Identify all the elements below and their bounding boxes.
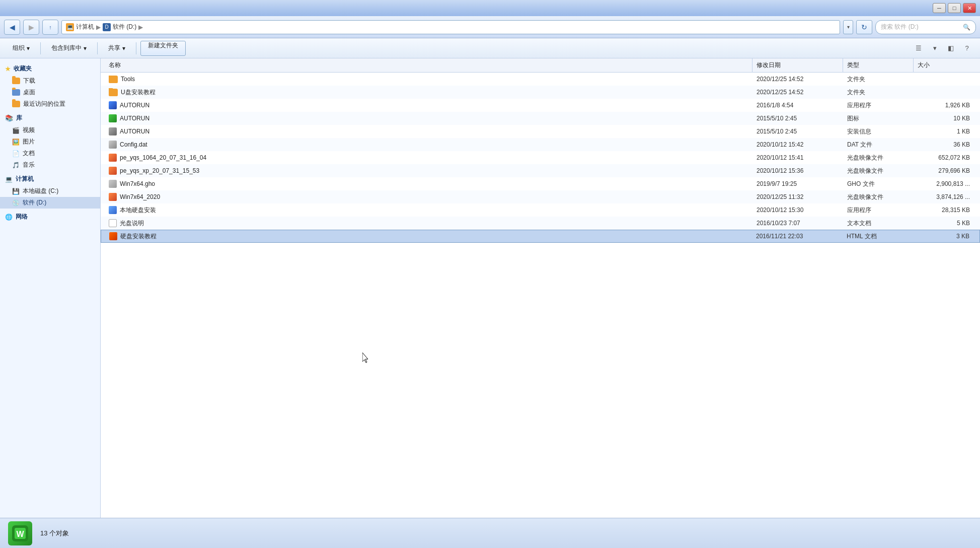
software-d-label: 软件 (D:) <box>23 198 46 207</box>
back-button[interactable]: ◀ <box>4 20 20 35</box>
file-type: HTML 文档 <box>843 232 913 241</box>
network-header[interactable]: 🌐 网络 <box>0 211 100 223</box>
file-name: Tools <box>121 76 135 83</box>
table-row[interactable]: Config.dat 2020/10/12 15:42 DAT 文件 36 KB <box>101 138 980 151</box>
main-content: ★ 收藏夹 下载 桌面 最近访问的位置 📚 库 🎬 <box>0 58 980 518</box>
table-row[interactable]: AUTORUN 2015/5/10 2:45 图标 10 KB <box>101 112 980 125</box>
sidebar-item-video[interactable]: 🎬 视频 <box>0 124 100 136</box>
table-row[interactable]: 光盘说明 2016/10/23 7:07 文本文档 5 KB <box>101 217 980 230</box>
col-date-header[interactable]: 修改日期 <box>752 58 843 72</box>
table-row[interactable]: 硬盘安装教程 2016/11/21 22:03 HTML 文档 3 KB <box>101 230 980 243</box>
svg-text:W: W <box>16 530 24 538</box>
music-label: 音乐 <box>23 161 35 169</box>
library-header[interactable]: 📚 库 <box>0 112 100 124</box>
forward-button[interactable]: ▶ <box>23 20 39 35</box>
exe-icon <box>109 101 117 109</box>
help-button[interactable]: ? <box>960 42 974 55</box>
network-label: 网络 <box>16 213 28 221</box>
toolbar-separator-1 <box>40 42 41 54</box>
file-size: 2,900,813 ... <box>914 180 974 187</box>
file-type: 安装信息 <box>843 127 914 136</box>
doc-label: 文档 <box>23 149 35 158</box>
folder-icon <box>109 76 118 83</box>
maximize-button[interactable]: □ <box>948 3 961 13</box>
view-dropdown-button[interactable]: ▾ <box>928 42 942 55</box>
file-size: 28,315 KB <box>914 207 974 214</box>
file-name-cell: pe_yqs_1064_20_07_31_16_04 <box>107 154 752 162</box>
new-folder-button[interactable]: 新建文件夹 <box>140 41 186 56</box>
share-label: 共享 <box>108 44 120 52</box>
file-name-cell: Tools <box>107 76 752 83</box>
close-button[interactable]: ✕ <box>963 3 976 13</box>
table-row[interactable]: Win7x64.gho 2019/9/7 19:25 GHO 文件 2,900,… <box>101 177 980 190</box>
html-icon <box>109 232 117 240</box>
file-size: 10 KB <box>914 115 974 122</box>
sidebar-item-doc[interactable]: 📄 文档 <box>0 148 100 159</box>
refresh-button[interactable]: ↻ <box>856 20 872 34</box>
img-icon <box>109 114 117 122</box>
search-box[interactable]: 搜索 软件 (D:) 🔍 <box>875 20 976 34</box>
table-row[interactable]: Tools 2020/12/25 14:52 文件夹 <box>101 73 980 86</box>
favorites-section: ★ 收藏夹 下载 桌面 最近访问的位置 <box>0 62 100 110</box>
table-row[interactable]: U盘安装教程 2020/12/25 14:52 文件夹 <box>101 86 980 99</box>
file-type: 文件夹 <box>843 75 914 84</box>
disk-icon: 💾 <box>12 188 20 195</box>
computer-icon: 💻 <box>66 23 74 31</box>
sidebar-item-local-c[interactable]: 💾 本地磁盘 (C:) <box>0 185 100 197</box>
organize-dropdown-icon: ▾ <box>27 45 30 52</box>
col-size-header[interactable]: 大小 <box>914 58 974 72</box>
minimize-button[interactable]: ─ <box>933 3 946 13</box>
file-name-cell: pe_yqs_xp_20_07_31_15_53 <box>107 167 752 175</box>
table-row[interactable]: pe_yqs_xp_20_07_31_15_53 2020/10/12 15:3… <box>101 164 980 177</box>
address-dropdown[interactable]: ▾ <box>843 20 853 34</box>
table-row[interactable]: AUTORUN 2016/1/8 4:54 应用程序 1,926 KB <box>101 99 980 112</box>
include-library-button[interactable]: 包含到库中 ▾ <box>45 41 93 56</box>
file-name: 硬盘安装教程 <box>120 232 157 241</box>
image-icon: 🖼️ <box>12 139 20 146</box>
video-label: 视频 <box>23 126 35 134</box>
txt-icon <box>109 219 117 227</box>
file-size: 279,696 KB <box>914 167 974 174</box>
app-icon: W <box>8 521 32 545</box>
file-date: 2020/10/12 15:42 <box>752 141 843 148</box>
favorites-header[interactable]: ★ 收藏夹 <box>0 62 100 75</box>
computer-header[interactable]: 💻 计算机 <box>0 173 100 185</box>
file-type: 文件夹 <box>843 88 914 97</box>
sidebar-item-download[interactable]: 下载 <box>0 75 100 87</box>
address-path[interactable]: 💻 计算机 ▶ D 软件 (D:) ▶ <box>61 20 840 34</box>
view-toggle-button[interactable]: ☰ <box>912 42 926 55</box>
table-row[interactable]: pe_yqs_1064_20_07_31_16_04 2020/10/12 15… <box>101 151 980 164</box>
file-name: 光盘说明 <box>120 219 144 228</box>
col-type-header[interactable]: 类型 <box>843 58 914 72</box>
organize-button[interactable]: 组织 ▾ <box>6 41 36 56</box>
file-list: Tools 2020/12/25 14:52 文件夹 U盘安装教程 2020/1… <box>101 73 980 518</box>
up-button[interactable]: ↑ <box>42 20 58 35</box>
file-date: 2020/10/12 15:36 <box>752 167 843 174</box>
doc-icon: 📄 <box>12 150 20 157</box>
sidebar-item-recent[interactable]: 最近访问的位置 <box>0 98 100 110</box>
file-name-cell: 本地硬盘安装 <box>107 206 752 215</box>
file-date: 2020/12/25 14:52 <box>752 89 843 96</box>
toolbar-separator-2 <box>97 42 98 54</box>
col-name-header[interactable]: 名称 <box>107 58 752 72</box>
table-row[interactable]: AUTORUN 2015/5/10 2:45 安装信息 1 KB <box>101 125 980 138</box>
library-section: 📚 库 🎬 视频 🖼️ 图片 📄 文档 🎵 音乐 <box>0 112 100 171</box>
local-disk-c-label: 本地磁盘 (C:) <box>23 187 58 195</box>
sidebar-item-music[interactable]: 🎵 音乐 <box>0 159 100 171</box>
file-date: 2020/12/25 14:52 <box>752 76 843 83</box>
share-button[interactable]: 共享 ▾ <box>102 41 132 56</box>
title-bar: ─ □ ✕ <box>0 0 980 16</box>
preview-pane-button[interactable]: ◧ <box>944 42 958 55</box>
table-row[interactable]: 本地硬盘安装 2020/10/12 15:30 应用程序 28,315 KB <box>101 203 980 217</box>
table-row[interactable]: Win7x64_2020 2020/12/25 11:32 光盘映像文件 3,8… <box>101 190 980 203</box>
file-date: 2020/12/25 11:32 <box>752 193 843 200</box>
status-bar: W 13 个对象 <box>0 518 980 548</box>
sidebar-item-software-d[interactable]: 💿 软件 (D:) <box>0 197 100 209</box>
search-placeholder: 搜索 软件 (D:) <box>881 23 919 31</box>
computer-icon: 💻 <box>5 176 13 183</box>
sidebar-item-image[interactable]: 🖼️ 图片 <box>0 136 100 148</box>
download-label: 下载 <box>23 77 35 85</box>
file-date: 2016/1/8 4:54 <box>752 102 843 109</box>
sidebar-item-desktop[interactable]: 桌面 <box>0 87 100 98</box>
network-icon: 🌐 <box>5 214 13 221</box>
